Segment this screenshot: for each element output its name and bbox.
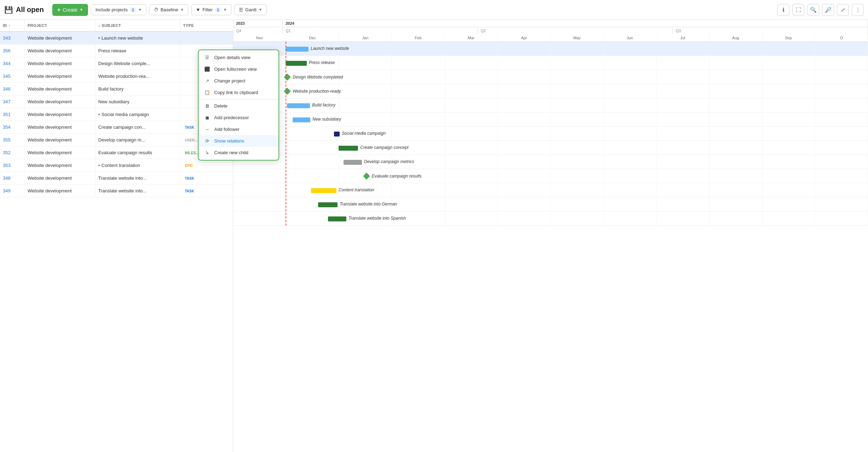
gantt-row[interactable] [233,42,868,56]
gantt-row[interactable] [233,211,868,226]
gantt-cell [815,141,868,155]
gantt-row[interactable] [233,84,868,98]
gantt-label: Gantt [245,7,257,12]
zoom-in-button[interactable]: 🔍 [807,4,819,16]
gantt-cell [815,70,868,84]
cell-project: Website development [25,121,95,133]
filter-badge: 1 [215,7,221,12]
gantt-cell [339,211,392,225]
gantt-cell [233,211,286,225]
filter-icon: ▼ [196,7,200,12]
menu-item-icon: ◼ [204,115,210,120]
gantt-cell [815,42,868,56]
context-menu-item[interactable]: ↳Create new child [199,147,278,158]
gantt-cell [604,155,657,169]
gantt-row[interactable] [233,197,868,211]
context-menu-item[interactable]: 📋Copy link to clipboard [199,87,278,98]
gantt-cell [392,169,445,183]
gantt-cell [762,211,815,225]
gantt-icon: ☰ [239,7,243,12]
filter-button[interactable]: ▼ Filter 1 ▼ [191,4,231,15]
context-menu-item[interactable]: ☰Open details view [199,52,278,63]
month-jul: Jul [656,34,709,41]
table-row[interactable]: 349 Website development Translate websit… [0,185,233,197]
include-projects-button[interactable]: Include projects 1 ▼ [91,4,146,15]
info-button[interactable]: ℹ [778,4,790,16]
gantt-row[interactable] [233,98,868,112]
table-row[interactable]: 353 Website development ▾ Content transl… [0,159,233,172]
gantt-cell [286,56,339,70]
gantt-cell [339,183,392,197]
create-button[interactable]: + Create ▼ [52,4,88,16]
cell-project: Website development [25,95,95,108]
zoom-out-button[interactable]: 🔎 [822,4,834,16]
cell-project: Website development [25,159,95,172]
gantt-cell [233,197,286,211]
month-may: May [551,34,604,41]
gantt-cell [604,42,657,56]
gantt-cell [604,84,657,98]
gantt-cell [498,84,551,98]
gantt-row[interactable] [233,127,868,141]
fullscreen-button[interactable]: ⛶ [792,4,804,16]
gantt-cell [445,211,498,225]
context-menu-item[interactable]: ↗Change project [199,75,278,87]
more-options-button[interactable]: ⋮ [852,4,864,16]
cell-id: 352 [0,146,25,159]
gantt-cell [656,169,709,183]
gantt-cell [392,84,445,98]
cell-id: 348 [0,172,25,184]
cell-type [180,32,216,44]
gantt-cell [339,42,392,56]
gantt-row[interactable] [233,183,868,197]
expand-button[interactable]: ⤢ [837,4,849,16]
gantt-cell [815,127,868,140]
gantt-cell [498,56,551,70]
gantt-cell [339,169,392,183]
gantt-cell [233,169,286,183]
context-menu-item[interactable]: ⟳Show relations [199,135,278,147]
fullscreen-icon: ⛶ [796,7,801,13]
cell-subject: Translate website into... [95,172,180,184]
menu-item-label: Open fullscreen view [214,66,257,72]
gantt-chevron-icon: ▼ [259,8,262,12]
gantt-row[interactable] [233,112,868,127]
cell-project: Website development [25,172,95,184]
gantt-row[interactable] [233,56,868,70]
cell-id: 351 [0,108,25,121]
cell-id: 345 [0,70,25,82]
context-menu-item[interactable]: ⬛Open fullscreen view [199,63,278,75]
gantt-cell [392,70,445,84]
gantt-row[interactable] [233,155,868,169]
gantt-row[interactable] [233,70,868,84]
col-id: ID ↑ [0,20,25,31]
gantt-row[interactable] [233,141,868,155]
gantt-cell [445,183,498,197]
zoom-out-icon: 🔎 [825,7,832,13]
expand-icon: ⤢ [841,7,845,13]
cell-subject: Build factory [95,83,180,95]
baseline-button[interactable]: ⏱ Baseline ▼ [149,4,188,15]
gantt-cell [762,56,815,70]
month-jun: Jun [604,34,657,41]
year-2024: 2024 [283,20,868,27]
context-menu-item[interactable]: 🗑Delete [199,100,278,112]
gantt-button[interactable]: ☰ Gantt ▼ [234,4,267,15]
table-row[interactable]: 343 Website development ▾ Launch new web… [0,32,233,45]
gantt-cell [815,84,868,98]
gantt-cell [709,56,762,70]
gantt-cell [445,98,498,112]
gantt-cell [551,183,604,197]
gantt-cell [815,169,868,183]
gantt-row[interactable] [233,169,868,183]
gantt-cell [498,127,551,140]
create-label: Create [63,7,77,13]
context-menu-item[interactable]: ↔Add follower [199,123,278,135]
gantt-cell [286,169,339,183]
context-menu-item[interactable]: ◼Add predecessor [199,112,278,123]
gantt-cell [604,141,657,155]
gantt-cell [604,98,657,112]
table-row[interactable]: 348 Website development Translate websit… [0,172,233,185]
cell-subject: Translate website into... [95,185,180,197]
gantt-cell [815,211,868,225]
